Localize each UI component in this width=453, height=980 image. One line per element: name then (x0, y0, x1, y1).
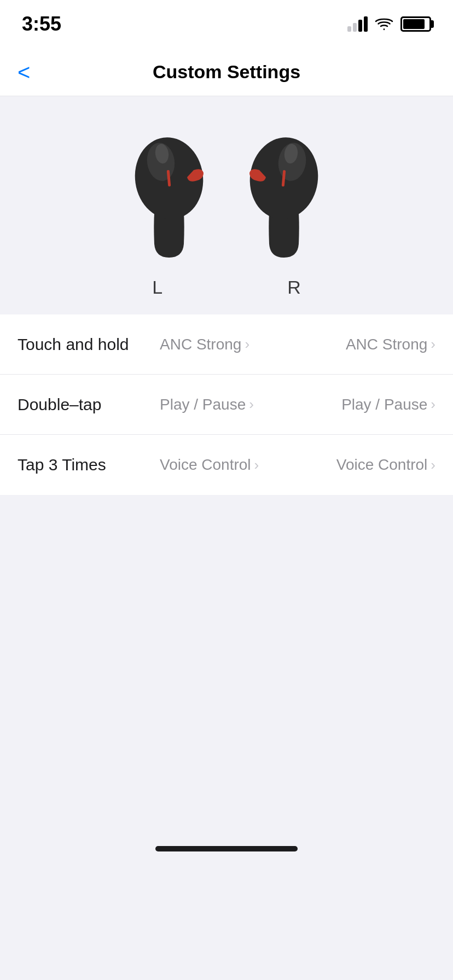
status-time: 3:55 (22, 13, 61, 36)
touch-and-hold-row: Touch and hold ANC Strong › ANC Strong › (0, 314, 453, 375)
double-tap-left[interactable]: Play / Pause › (160, 396, 298, 413)
signal-icon (347, 16, 368, 32)
tap-3-times-row: Tap 3 Times Voice Control › Voice Contro… (0, 435, 453, 495)
touch-and-hold-right[interactable]: ANC Strong › (298, 336, 435, 353)
double-tap-label: Double–tap (18, 395, 160, 414)
back-button[interactable]: < (18, 61, 30, 83)
status-icons (347, 16, 431, 32)
left-earbud (123, 118, 216, 260)
chevron-icon: › (431, 396, 435, 413)
double-tap-row: Double–tap Play / Pause › Play / Pause › (0, 375, 453, 435)
double-tap-right[interactable]: Play / Pause › (298, 396, 435, 413)
chevron-icon: › (431, 336, 435, 353)
chevron-icon: › (431, 457, 435, 474)
earbuds-section: L R (0, 96, 453, 314)
battery-icon (400, 16, 431, 32)
nav-bar: < Custom Settings (0, 48, 453, 96)
tap-3-times-right[interactable]: Voice Control › (298, 456, 435, 474)
lr-labels: L R (90, 277, 363, 298)
wifi-icon (374, 16, 394, 32)
home-bar (155, 846, 298, 851)
earbuds-container (123, 118, 330, 260)
touch-and-hold-label: Touch and hold (18, 335, 160, 354)
right-earbud (237, 118, 330, 260)
page-title: Custom Settings (153, 61, 300, 83)
right-label: R (287, 277, 301, 298)
bottom-area (0, 495, 453, 823)
left-label: L (152, 277, 162, 298)
tap-3-times-left[interactable]: Voice Control › (160, 456, 298, 474)
chevron-icon: › (249, 396, 254, 413)
home-indicator (0, 823, 453, 860)
status-bar: 3:55 (0, 0, 453, 48)
tap-3-times-label: Tap 3 Times (18, 456, 160, 474)
chevron-icon: › (254, 457, 259, 474)
chevron-icon: › (245, 336, 249, 353)
touch-and-hold-left[interactable]: ANC Strong › (160, 336, 298, 353)
settings-list: Touch and hold ANC Strong › ANC Strong ›… (0, 314, 453, 495)
